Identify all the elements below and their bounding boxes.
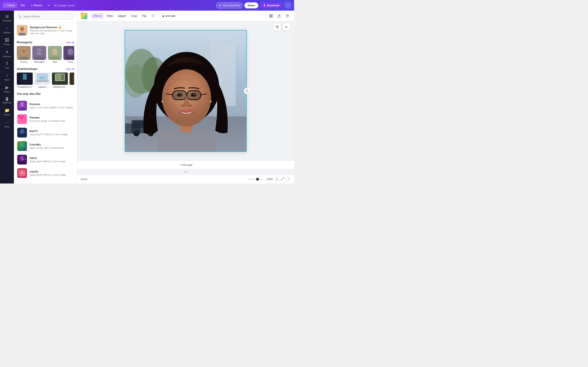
file-button[interactable]: File (18, 2, 27, 8)
delete-button[interactable] (284, 12, 291, 19)
sidebar-item-uploads[interactable]: ↑ Uploads (1, 24, 13, 35)
svg-rect-33 (60, 74, 64, 80)
undo-icon: ↩ (48, 4, 50, 7)
sidebar-item-more[interactable]: ⋯ More (1, 118, 13, 130)
smartmockups-see-all[interactable]: See all (66, 67, 74, 70)
more-options-button[interactable]: ⋯ (284, 2, 292, 9)
rotate-button[interactable] (244, 88, 250, 94)
duotone-text: Duotone Apply a two-color palette to you… (29, 103, 74, 109)
svg-rect-43 (20, 116, 22, 117)
resize-button[interactable]: ⤡ Resize (28, 2, 45, 8)
share-button[interactable]: Share (244, 2, 258, 8)
smartmockups-header: Smartmockups See all (17, 67, 74, 70)
resize-label: Resize (34, 4, 43, 7)
sidebar-label-bkground: Bkground (3, 101, 11, 104)
sidebar-label-uploads: Uploads (3, 32, 11, 34)
zoom-slider[interactable] (247, 179, 264, 180)
lock-button[interactable] (276, 12, 283, 19)
photogenic-title: Photogenic (17, 41, 32, 44)
svg-rect-61 (23, 159, 26, 160)
add-button[interactable] (283, 23, 290, 31)
copy-button[interactable] (274, 23, 281, 31)
duotone-item[interactable]: Duotone Apply a two-color palette to you… (16, 99, 76, 112)
mockup-item-laptop5[interactable]: SMART DESIGN Laptop 5 (34, 73, 50, 88)
background-remover-item[interactable]: Background Remover 👑 Remove the backgrou… (14, 23, 77, 38)
canvas-controls (274, 23, 290, 31)
badtv-item[interactable]: BadTV Apply bad TV effects to your image… (16, 126, 76, 139)
sidebar-item-photos[interactable]: 🖼 Photos (1, 36, 13, 47)
topbar: ‹ Home File ⤡ Resize ↩ All changes saved… (0, 0, 294, 11)
sidebar-item-templates[interactable]: ⊞ Templates (1, 12, 13, 24)
colormix-item[interactable]: ColorMix Apply quirky color combinations… (16, 140, 76, 153)
sidebar-item-videos[interactable]: ▶ Videos (1, 83, 13, 95)
pixelate-item[interactable]: Pixelate Give your image a pixelated loo… (16, 113, 76, 126)
canvas-frame[interactable] (125, 30, 247, 152)
sidebar-item-elements[interactable]: ✦ Elements (1, 48, 13, 59)
notes-label[interactable]: Notes (81, 178, 87, 181)
duotone-name: Duotone (29, 103, 74, 106)
svg-rect-71 (277, 26, 279, 28)
svg-rect-13 (35, 57, 44, 60)
download-button[interactable]: ⬇ Download (260, 2, 283, 8)
svg-rect-80 (231, 42, 234, 45)
fullscreen-button[interactable] (281, 177, 284, 181)
search-bar: 🔍 (14, 11, 77, 23)
background-icon: ▓ (6, 97, 8, 101)
svg-point-34 (56, 81, 58, 82)
download-label: Download (267, 4, 279, 7)
svg-point-113 (189, 105, 192, 107)
animate-tab[interactable]: ◈ Animate (160, 13, 178, 19)
expand-notes-bar[interactable] (77, 169, 294, 175)
bg-remover-thumbnail (17, 25, 27, 35)
search-effects-input[interactable] (16, 13, 75, 20)
sidebar-item-folders[interactable]: 📁 Folders (1, 106, 13, 117)
flip-tab[interactable]: Flip (140, 13, 149, 19)
liquify-name: Liquify (29, 170, 67, 173)
effect-item-flint[interactable]: Flint (48, 46, 62, 63)
colormix-name: ColorMix (29, 143, 65, 146)
liquify-thumb (17, 168, 27, 178)
page-number[interactable]: 1 (274, 177, 279, 182)
animate-icon: ◈ (162, 14, 164, 17)
sidebar-item-background[interactable]: ▓ Bkground (1, 95, 13, 105)
crop-tab[interactable]: Crop (129, 13, 139, 19)
liquify-item[interactable]: Liquify Apply liquify effects to your im… (16, 167, 76, 180)
svg-rect-36 (74, 74, 74, 84)
toolbar-divider-2 (158, 14, 158, 18)
photogenic-see-all[interactable]: See all (66, 41, 74, 44)
filter-tab[interactable]: Filter (105, 13, 115, 19)
mockup-item-smartphone2[interactable]: Smartphone 2 (17, 73, 33, 88)
zoom-controls: 132% (247, 178, 273, 181)
grid-view-button[interactable] (267, 12, 274, 19)
svg-rect-70 (278, 16, 280, 17)
sidebar-label-videos: Videos (4, 91, 10, 93)
glitch-item[interactable]: Glitch Apply glitch effects to your imag… (16, 153, 76, 166)
add-page-bar[interactable]: + Add page (77, 161, 294, 169)
mockup-item-fran[interactable]: Fran (69, 73, 74, 88)
svg-point-110 (179, 94, 181, 95)
undo-button[interactable]: ↩ (46, 2, 52, 8)
svg-rect-59 (18, 162, 26, 165)
effect-item-luna[interactable]: Luna (63, 46, 74, 63)
svg-point-12 (40, 51, 42, 52)
try-pro-button[interactable]: ✦ Try Canva Pro (216, 2, 243, 8)
help-button[interactable]: ? (286, 177, 291, 182)
svg-point-11 (37, 51, 39, 52)
also-like-header: You may also like (17, 92, 74, 95)
luna-thumb (63, 46, 74, 60)
badtv-name: BadTV (29, 130, 68, 133)
adjust-tab[interactable]: Adjust (116, 13, 128, 19)
effect-item-belvedere[interactable]: Belvedere (32, 46, 46, 63)
svg-rect-40 (18, 108, 26, 110)
color-swatch[interactable] (81, 12, 87, 19)
sidebar-label-folders: Folders (3, 114, 10, 116)
home-button[interactable]: ‹ Home (2, 2, 17, 8)
mockup-item-greeting[interactable]: Greeting car... (52, 73, 68, 88)
effect-item-fresco[interactable]: Fresco (17, 46, 31, 63)
fresco-thumb (17, 46, 31, 60)
effects-tab[interactable]: Effects (91, 13, 104, 19)
sidebar-item-text[interactable]: T Text (1, 60, 13, 71)
canvas-scroll[interactable] (77, 21, 294, 161)
info-button[interactable]: ⓘ (150, 13, 156, 19)
sidebar-item-audio[interactable]: ♪ Audio (1, 72, 13, 83)
